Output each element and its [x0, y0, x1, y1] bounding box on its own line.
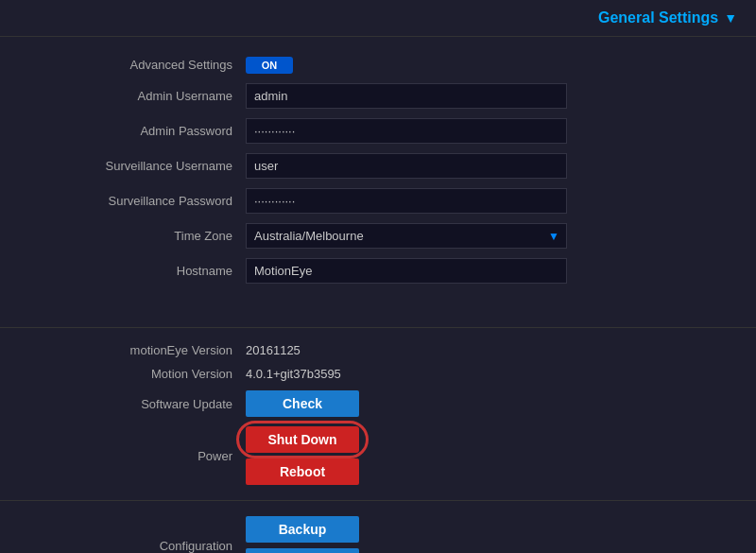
shutdown-wrapper: Shut Down [246, 426, 359, 453]
motion-version-label: Motion Version [38, 367, 246, 381]
configuration-section: Configuration Backup Restore [0, 516, 756, 553]
surveillance-username-row: Surveillance Username [38, 153, 718, 179]
surveillance-password-input[interactable] [246, 188, 567, 214]
admin-password-control [246, 118, 567, 144]
admin-password-label: Admin Password [38, 124, 246, 138]
header-title: General Settings ▼ [598, 9, 737, 26]
shutdown-button[interactable]: Shut Down [246, 426, 359, 453]
admin-password-input[interactable] [246, 118, 567, 144]
surveillance-username-input[interactable] [246, 153, 567, 179]
info-section: motionEye Version 20161125 Motion Versio… [0, 343, 756, 485]
surveillance-username-label: Surveillance Username [38, 159, 246, 173]
admin-username-control [246, 83, 567, 109]
configuration-row: Configuration Backup Restore [38, 516, 718, 553]
advanced-settings-toggle[interactable]: ON [246, 57, 293, 74]
time-zone-label: Time Zone [38, 229, 246, 243]
advanced-settings-control: ON [246, 56, 567, 74]
motioneye-version-value: 20161125 [246, 343, 301, 357]
check-button[interactable]: Check [246, 390, 359, 417]
power-button-group: Shut Down Reboot [246, 426, 359, 485]
admin-username-label: Admin Username [38, 89, 246, 103]
power-label: Power [38, 449, 246, 463]
advanced-settings-label: Advanced Settings [38, 58, 246, 72]
divider-2 [0, 500, 756, 501]
motioneye-version-label: motionEye Version [38, 343, 246, 357]
time-zone-select-wrapper: Australia/Melbourne [246, 223, 567, 249]
configuration-button-group: Backup Restore [246, 516, 359, 553]
surveillance-password-label: Surveillance Password [38, 194, 246, 208]
motion-version-row: Motion Version 4.0.1+git37b3595 [38, 367, 718, 381]
advanced-settings-row: Advanced Settings ON [38, 56, 718, 74]
admin-username-input[interactable] [246, 83, 567, 109]
surveillance-password-control [246, 188, 567, 214]
hostname-control [246, 258, 567, 284]
surveillance-username-control [246, 153, 567, 179]
restore-button[interactable]: Restore [246, 548, 359, 553]
software-update-row: Software Update Check [38, 390, 718, 417]
surveillance-password-row: Surveillance Password [38, 188, 718, 214]
header: General Settings ▼ [0, 0, 756, 37]
time-zone-select[interactable]: Australia/Melbourne [246, 223, 567, 249]
configuration-label: Configuration [38, 539, 246, 553]
chevron-down-icon: ▼ [724, 10, 737, 26]
hostname-label: Hostname [38, 264, 246, 278]
hostname-row: Hostname [38, 258, 718, 284]
motion-version-value: 4.0.1+git37b3595 [246, 367, 341, 381]
backup-button[interactable]: Backup [246, 516, 359, 543]
reboot-button[interactable]: Reboot [246, 458, 359, 485]
divider-1 [0, 327, 756, 328]
main-container: General Settings ▼ Advanced Settings ON … [0, 0, 756, 553]
time-zone-row: Time Zone Australia/Melbourne [38, 223, 718, 249]
hostname-input[interactable] [246, 258, 567, 284]
power-row: Power Shut Down Reboot [38, 426, 718, 485]
general-settings-title: General Settings [598, 9, 718, 26]
settings-form: Advanced Settings ON Admin Username Admi… [0, 37, 756, 312]
admin-password-row: Admin Password [38, 118, 718, 144]
motioneye-version-row: motionEye Version 20161125 [38, 343, 718, 357]
admin-username-row: Admin Username [38, 83, 718, 109]
software-update-label: Software Update [38, 397, 246, 411]
